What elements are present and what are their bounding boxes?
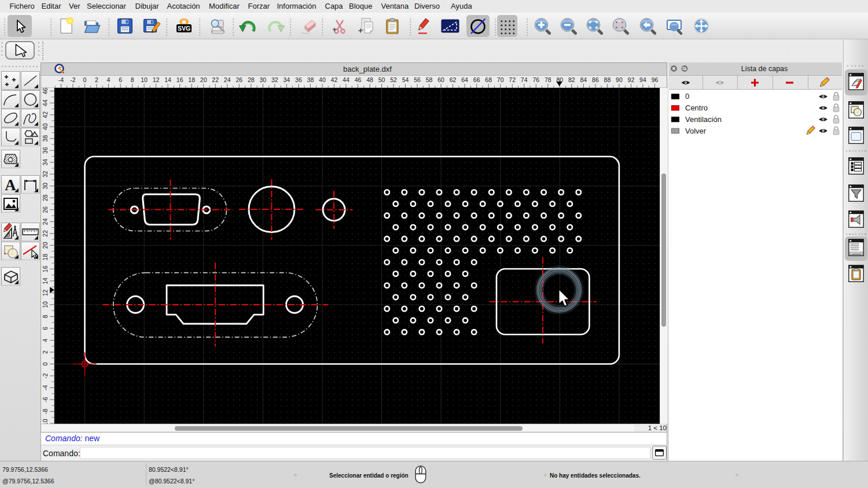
- svg-text:32: 32: [271, 76, 278, 83]
- svg-text:30: 30: [42, 183, 49, 190]
- svg-text:96: 96: [652, 76, 659, 83]
- svg-text:68: 68: [485, 76, 492, 83]
- svg-text:44: 44: [343, 76, 350, 83]
- svg-text:2: 2: [95, 76, 98, 83]
- svg-text:24: 24: [42, 218, 49, 225]
- svg-text:76: 76: [532, 76, 539, 83]
- svg-text:6: 6: [119, 76, 122, 83]
- svg-text:0: 0: [83, 76, 87, 83]
- svg-text:4: 4: [107, 76, 111, 83]
- svg-text:86: 86: [592, 76, 599, 83]
- svg-text:8: 8: [42, 315, 49, 318]
- svg-text:-2: -2: [70, 76, 75, 83]
- svg-text:28: 28: [42, 194, 49, 201]
- svg-text:58: 58: [426, 76, 433, 83]
- svg-text:60: 60: [437, 76, 444, 83]
- svg-text:18: 18: [188, 76, 195, 83]
- svg-text:Ventilación: Ventilación: [685, 115, 722, 124]
- svg-text:40: 40: [319, 76, 326, 83]
- svg-text:62: 62: [450, 76, 457, 83]
- svg-text:command: command: [852, 253, 860, 255]
- svg-text:46: 46: [355, 76, 362, 83]
- svg-text:0: 0: [42, 362, 49, 365]
- svg-text:8: 8: [131, 76, 134, 83]
- svg-text:Volver: Volver: [685, 127, 707, 135]
- svg-text:72: 72: [509, 76, 516, 83]
- svg-text:66: 66: [473, 76, 480, 83]
- svg-text:56: 56: [414, 76, 421, 83]
- svg-text:38: 38: [307, 76, 314, 83]
- svg-text:52: 52: [390, 76, 397, 83]
- svg-text:70: 70: [497, 76, 504, 83]
- svg-text:12: 12: [42, 289, 49, 296]
- svg-text:32: 32: [42, 171, 49, 178]
- svg-text:82: 82: [568, 76, 575, 83]
- svg-text:36: 36: [295, 76, 302, 83]
- svg-text:14: 14: [42, 278, 49, 284]
- svg-text:46: 46: [42, 88, 49, 94]
- svg-text:64: 64: [461, 76, 468, 83]
- svg-text:90: 90: [616, 76, 623, 83]
- svg-text:26: 26: [236, 76, 242, 83]
- svg-text:26: 26: [42, 206, 49, 213]
- svg-text:2: 2: [42, 350, 49, 354]
- svg-text:12: 12: [153, 76, 160, 83]
- svg-text:18: 18: [42, 254, 49, 261]
- svg-text:-10: -10: [42, 419, 49, 424]
- svg-text:22: 22: [42, 230, 49, 237]
- svg-text:-4: -4: [58, 76, 64, 83]
- svg-text:16: 16: [42, 265, 49, 272]
- svg-text:92: 92: [628, 76, 635, 83]
- svg-text:A: A: [5, 176, 16, 194]
- svg-text:42: 42: [42, 112, 49, 119]
- svg-text:20: 20: [42, 242, 49, 249]
- svg-text:10: 10: [141, 76, 148, 83]
- svg-text:36: 36: [42, 147, 49, 154]
- svg-text:28: 28: [248, 76, 255, 83]
- svg-text:4: 4: [42, 338, 49, 342]
- svg-text:94: 94: [639, 76, 646, 83]
- svg-text:0: 0: [685, 92, 689, 101]
- svg-text:-2: -2: [42, 373, 49, 378]
- svg-text:78: 78: [545, 76, 551, 83]
- svg-text:42: 42: [331, 76, 338, 83]
- svg-text:54: 54: [402, 76, 409, 83]
- svg-text:SVG: SVG: [177, 25, 190, 32]
- svg-text:14: 14: [164, 76, 171, 83]
- svg-text:6: 6: [42, 327, 49, 330]
- svg-text:Centro: Centro: [685, 103, 708, 112]
- svg-text:30: 30: [259, 76, 266, 83]
- svg-text:50: 50: [378, 76, 385, 83]
- svg-text:-8: -8: [42, 409, 49, 414]
- svg-text:20: 20: [200, 76, 207, 83]
- svg-text:24: 24: [224, 76, 231, 83]
- svg-text:16: 16: [176, 76, 183, 83]
- svg-text:74: 74: [521, 76, 528, 83]
- svg-text:-6: -6: [42, 397, 49, 402]
- svg-text:-4: -4: [42, 385, 49, 390]
- svg-text:88: 88: [604, 76, 611, 83]
- svg-text:38: 38: [42, 135, 49, 142]
- svg-text:10: 10: [42, 301, 49, 308]
- svg-text:22: 22: [212, 76, 219, 83]
- svg-text:34: 34: [283, 76, 290, 83]
- svg-text:40: 40: [42, 123, 49, 130]
- svg-text:34: 34: [42, 159, 49, 166]
- svg-text:48: 48: [366, 76, 373, 83]
- svg-text:84: 84: [580, 76, 587, 83]
- svg-text:44: 44: [42, 99, 49, 106]
